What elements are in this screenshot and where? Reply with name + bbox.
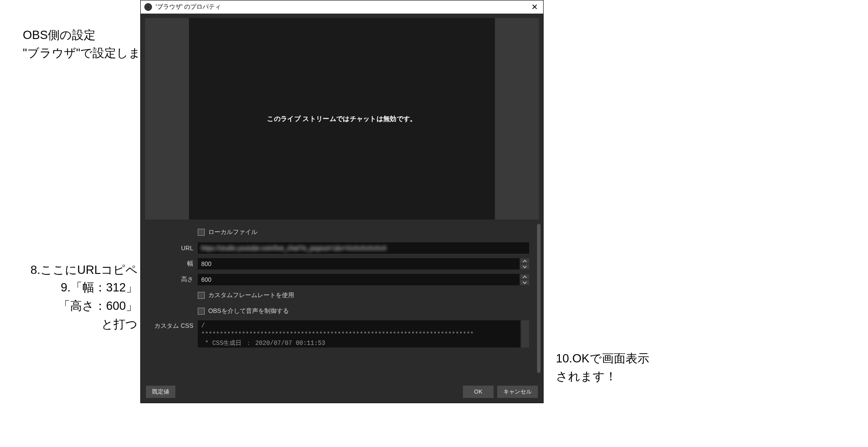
custom-fps-label: カスタムフレームレートを使用 <box>208 291 294 299</box>
control-audio-label: OBSを介して音声を制御する <box>208 307 289 315</box>
annotation-step9: 9.「幅：312」 「高さ：600」 と打つ <box>0 279 138 334</box>
height-spinner[interactable] <box>520 274 529 285</box>
dialog-footer: 既定値 OK キャンセル <box>146 385 538 398</box>
preview-area: このライブ ストリームではチャットは無効です。 <box>145 18 539 220</box>
width-label: 幅 <box>145 260 198 268</box>
obs-logo-icon <box>144 3 152 11</box>
url-input[interactable]: https://studio.youtube.com/live_chat?is_… <box>198 242 529 254</box>
local-file-label: ローカルファイル <box>208 228 257 236</box>
cancel-button[interactable]: キャンセル <box>497 386 538 398</box>
annotation-step10: 10.OKで画面表示 されます！ <box>556 350 649 385</box>
height-label: 高さ <box>145 276 198 284</box>
custom-css-textarea[interactable]: /***************************************… <box>198 320 520 348</box>
defaults-button[interactable]: 既定値 <box>146 386 175 398</box>
close-button[interactable]: ✕ <box>529 2 541 12</box>
height-input[interactable]: 600 <box>198 274 519 285</box>
ok-button[interactable]: OK <box>463 386 494 398</box>
height-spin-down-icon[interactable] <box>520 280 529 285</box>
custom-css-label: カスタム CSS <box>145 320 198 330</box>
height-spin-up-icon[interactable] <box>520 274 529 279</box>
dialog-scrollbar[interactable] <box>537 18 541 176</box>
dialog-scrollbar-thumb[interactable] <box>537 224 541 373</box>
width-spin-down-icon[interactable] <box>520 264 529 269</box>
width-spinner[interactable] <box>520 258 529 270</box>
control-audio-checkbox[interactable] <box>198 308 205 315</box>
width-input[interactable]: 800 <box>198 258 519 270</box>
form: ローカルファイル URL https://studio.youtube.com/… <box>145 226 539 348</box>
properties-dialog: 'ブラウザ' のプロパティ ✕ このライブ ストリームではチャットは無効です。 … <box>140 0 544 403</box>
preview-message: このライブ ストリームではチャットは無効です。 <box>267 115 416 123</box>
annotation-step8: 8.ここにURLコピペ <box>0 261 138 279</box>
annotation-top: OBS側の設定 "ブラウザ"で設定します <box>23 26 153 62</box>
preview-inner: このライブ ストリームではチャットは無効です。 <box>189 18 495 220</box>
titlebar: 'ブラウザ' のプロパティ ✕ <box>141 0 543 14</box>
dialog-title: 'ブラウザ' のプロパティ <box>156 3 221 11</box>
width-spin-up-icon[interactable] <box>520 259 529 263</box>
custom-fps-checkbox[interactable] <box>198 292 205 299</box>
local-file-checkbox[interactable] <box>198 229 205 236</box>
custom-css-scrollbar[interactable] <box>521 320 529 348</box>
url-label: URL <box>145 245 198 252</box>
